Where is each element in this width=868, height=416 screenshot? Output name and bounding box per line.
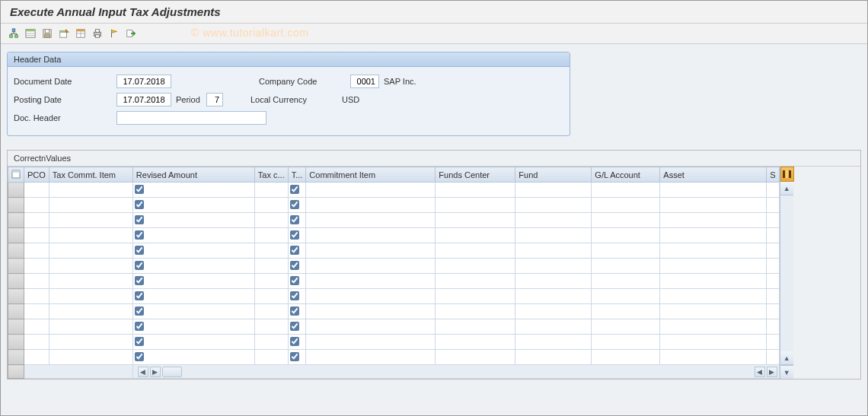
cell-tax-commt-item[interactable] [49,289,132,304]
hscroll-left-icon[interactable]: ◀ [138,367,148,377]
table-config-icon[interactable] [780,167,794,182]
cell-funds-center[interactable] [436,274,515,289]
toolbar-btn-save-icon[interactable] [40,27,54,40]
cell-asset[interactable] [660,243,767,259]
col-tax-c[interactable]: Tax c... [254,167,288,183]
cell-tax-c[interactable] [254,335,288,350]
cell-commitment-item[interactable] [306,183,436,198]
cell-fund[interactable] [515,183,592,198]
cell-asset[interactable] [660,289,767,304]
cell-fund[interactable] [515,335,592,350]
toolbar-btn-tree-icon[interactable] [7,27,21,40]
cell-t[interactable] [288,243,306,259]
row-selector[interactable] [8,335,24,350]
cell-t[interactable] [288,319,306,335]
col-gl-account[interactable]: G/L Account [592,167,660,183]
cell-asset[interactable] [660,335,767,350]
cell-tax-commt-item[interactable] [49,304,132,319]
revised-checkbox[interactable] [135,337,144,346]
cell-asset[interactable] [660,350,767,365]
row-selector[interactable] [8,304,24,319]
cell-pco[interactable] [24,304,49,319]
cell-commitment-item[interactable] [306,228,436,243]
cell-funds-center[interactable] [436,228,515,243]
cell-asset[interactable] [660,304,767,319]
cell-commitment-item[interactable] [306,259,436,274]
cell-pco[interactable] [24,350,49,365]
cell-t[interactable] [288,228,306,243]
col-s[interactable]: S [767,167,779,183]
cell-funds-center[interactable] [436,183,515,198]
col-revised-amount[interactable]: Revised Amount [132,167,254,183]
vscroll-down-icon[interactable]: ▲ [780,351,793,365]
cell-commitment-item[interactable] [306,213,436,228]
cell-fund[interactable] [515,289,592,304]
revised-checkbox[interactable] [135,200,144,209]
cell-pco[interactable] [24,228,49,243]
hscroll-left2-icon[interactable]: ◀ [755,367,765,377]
cell-tax-commt-item[interactable] [49,274,132,289]
revised-checkbox[interactable] [135,291,144,300]
cell-pco[interactable] [24,289,49,304]
cell-fund[interactable] [515,243,592,259]
cell-s[interactable] [767,183,779,198]
posting-date-input[interactable] [116,93,171,106]
t-checkbox[interactable] [290,230,299,240]
cell-fund[interactable] [515,198,592,213]
cell-s[interactable] [767,259,779,274]
cell-s[interactable] [767,304,779,319]
cell-revised-amount[interactable] [132,228,254,243]
toolbar-btn-sheet-icon[interactable] [74,27,88,40]
row-selector[interactable] [8,183,24,198]
cell-gl-account[interactable] [592,243,660,259]
cell-pco[interactable] [24,183,49,198]
col-tax-commt-item[interactable]: Tax Commt. Item [49,167,132,183]
cell-gl-account[interactable] [592,304,660,319]
cell-funds-center[interactable] [436,350,515,365]
row-selector[interactable] [8,198,24,213]
cell-revised-amount[interactable] [132,335,254,350]
cell-t[interactable] [288,289,306,304]
cell-s[interactable] [767,213,779,228]
toolbar-btn-export-icon[interactable] [57,27,71,40]
t-checkbox[interactable] [290,352,299,361]
cell-s[interactable] [767,335,779,350]
t-checkbox[interactable] [290,337,299,346]
cell-tax-commt-item[interactable] [49,350,132,365]
cell-fund[interactable] [515,304,592,319]
cell-asset[interactable] [660,183,767,198]
row-selector[interactable] [8,259,24,274]
cell-gl-account[interactable] [592,183,660,198]
cell-revised-amount[interactable] [132,319,254,335]
cell-pco[interactable] [24,198,49,213]
cell-commitment-item[interactable] [306,335,436,350]
cell-t[interactable] [288,213,306,228]
cell-tax-c[interactable] [254,228,288,243]
company-code-input[interactable] [350,75,379,88]
cell-tax-commt-item[interactable] [49,243,132,259]
cell-gl-account[interactable] [592,350,660,365]
col-fund[interactable]: Fund [515,167,592,183]
cell-tax-c[interactable] [254,289,288,304]
t-checkbox[interactable] [290,261,299,270]
row-selector[interactable] [8,319,24,335]
cell-funds-center[interactable] [436,335,515,350]
toolbar-btn-arrow-icon[interactable] [124,27,138,40]
cell-fund[interactable] [515,213,592,228]
document-date-input[interactable] [116,75,171,88]
col-t[interactable]: T... [288,167,306,183]
cell-gl-account[interactable] [592,213,660,228]
cell-revised-amount[interactable] [132,198,254,213]
cell-gl-account[interactable] [592,274,660,289]
cell-tax-c[interactable] [254,350,288,365]
cell-t[interactable] [288,274,306,289]
cell-funds-center[interactable] [436,289,515,304]
cell-commitment-item[interactable] [306,274,436,289]
cell-commitment-item[interactable] [306,350,436,365]
cell-pco[interactable] [24,259,49,274]
cell-fund[interactable] [515,350,592,365]
cell-funds-center[interactable] [436,213,515,228]
period-input[interactable] [206,93,223,106]
cell-asset[interactable] [660,213,767,228]
horizontal-scrollbar[interactable]: ◀ ▶ ◀ ▶ [135,367,777,377]
